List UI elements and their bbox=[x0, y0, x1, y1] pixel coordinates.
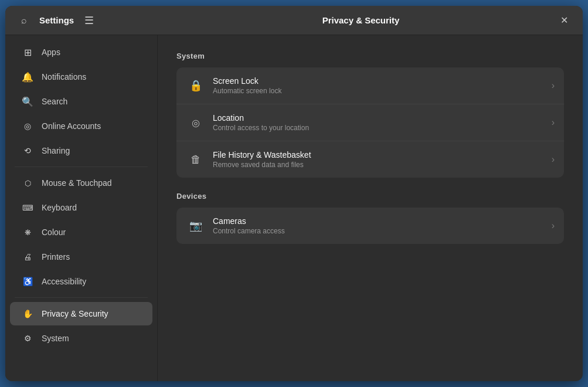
sidebar-item-label: Printers bbox=[42, 252, 70, 262]
sidebar-item-label: Sharing bbox=[42, 146, 70, 155]
sidebar-item-accessibility[interactable]: ♿ Accessibility bbox=[10, 270, 152, 293]
titlebar: ⌕ Settings ☰ Privacy & Security ✕ bbox=[5, 6, 583, 35]
window-title: Privacy & Security bbox=[167, 15, 555, 25]
screen-lock-subtitle: Automatic screen lock bbox=[213, 87, 552, 95]
sidebar-item-label: Search bbox=[42, 97, 67, 106]
location-icon: ◎ bbox=[186, 113, 206, 133]
sharing-icon: ⟲ bbox=[22, 145, 33, 157]
colour-icon: ❋ bbox=[22, 226, 33, 238]
file-history-icon: 🗑 bbox=[186, 150, 206, 169]
sidebar-item-label: Mouse & Touchpad bbox=[42, 178, 112, 188]
main-panel: System 🔒 Screen Lock Automatic screen lo… bbox=[158, 35, 583, 381]
sidebar-item-online-accounts[interactable]: ◎ Online Accounts bbox=[10, 114, 152, 138]
menu-button[interactable]: ☰ bbox=[80, 11, 98, 30]
hamburger-icon: ☰ bbox=[84, 14, 94, 27]
sidebar-divider-2 bbox=[15, 297, 148, 298]
sidebar-item-privacy-security[interactable]: ✋ Privacy & Security bbox=[10, 302, 152, 325]
system-section-header: System bbox=[176, 52, 564, 60]
apps-icon: ⊞ bbox=[22, 46, 33, 58]
sidebar-item-notifications[interactable]: 🔔 Notifications bbox=[10, 65, 152, 89]
location-row[interactable]: ◎ Location Control access to your locati… bbox=[176, 104, 564, 141]
file-history-row[interactable]: 🗑 File History & Wastebasket Remove save… bbox=[176, 141, 564, 178]
screen-lock-chevron: › bbox=[552, 80, 555, 91]
sidebar-item-label: Accessibility bbox=[42, 277, 86, 286]
sidebar-item-sharing[interactable]: ⟲ Sharing bbox=[10, 139, 152, 162]
screen-lock-row[interactable]: 🔒 Screen Lock Automatic screen lock › bbox=[176, 67, 564, 104]
file-history-subtitle: Remove saved data and files bbox=[213, 161, 552, 169]
privacy-icon: ✋ bbox=[22, 308, 33, 320]
sidebar-item-mouse-touchpad[interactable]: ⬡ Mouse & Touchpad bbox=[10, 171, 152, 195]
sidebar-item-search[interactable]: 🔍 Search bbox=[10, 90, 152, 113]
printers-icon: 🖨 bbox=[22, 251, 33, 263]
cameras-subtitle: Control camera access bbox=[213, 227, 552, 235]
settings-window: ⌕ Settings ☰ Privacy & Security ✕ ⊞ Apps… bbox=[5, 6, 583, 381]
sidebar-item-label: Privacy & Security bbox=[42, 309, 108, 318]
accessibility-icon: ♿ bbox=[22, 276, 33, 287]
titlebar-search-button[interactable]: ⌕ bbox=[15, 11, 33, 30]
cameras-text: Cameras Control camera access bbox=[213, 216, 552, 235]
location-subtitle: Control access to your location bbox=[213, 124, 552, 132]
system-icon: ⚙ bbox=[22, 332, 33, 344]
close-button[interactable]: ✕ bbox=[555, 11, 573, 30]
location-title: Location bbox=[213, 113, 552, 123]
mouse-icon: ⬡ bbox=[22, 177, 33, 189]
cameras-row[interactable]: 📷 Cameras Control camera access › bbox=[176, 208, 564, 244]
location-chevron: › bbox=[552, 117, 555, 128]
sidebar-item-colour[interactable]: ❋ Colour bbox=[10, 220, 152, 244]
sidebar-item-printers[interactable]: 🖨 Printers bbox=[10, 245, 152, 269]
content-area: ⊞ Apps 🔔 Notifications 🔍 Search ◎ Online… bbox=[5, 35, 583, 381]
cameras-icon: 📷 bbox=[186, 216, 206, 236]
devices-section-header: Devices bbox=[176, 192, 564, 201]
keyboard-icon: ⌨ bbox=[22, 202, 33, 213]
settings-label: Settings bbox=[39, 15, 74, 25]
sidebar-item-label: Colour bbox=[42, 228, 66, 237]
sidebar-item-label: Keyboard bbox=[42, 203, 77, 212]
screen-lock-icon: 🔒 bbox=[186, 76, 206, 96]
cameras-title: Cameras bbox=[213, 216, 552, 226]
screen-lock-text: Screen Lock Automatic screen lock bbox=[213, 76, 552, 95]
online-accounts-icon: ◎ bbox=[22, 120, 33, 132]
file-history-title: File History & Wastebasket bbox=[213, 150, 552, 159]
sidebar-item-label: Notifications bbox=[42, 72, 86, 82]
sidebar-divider-1 bbox=[15, 167, 148, 167]
sidebar-item-label: System bbox=[42, 334, 69, 343]
sidebar-item-system[interactable]: ⚙ System bbox=[10, 327, 152, 350]
titlebar-left: ⌕ Settings ☰ bbox=[15, 11, 167, 30]
sidebar: ⊞ Apps 🔔 Notifications 🔍 Search ◎ Online… bbox=[5, 35, 158, 381]
search-icon: ⌕ bbox=[21, 15, 27, 26]
sidebar-item-label: Online Accounts bbox=[42, 121, 101, 131]
location-text: Location Control access to your location bbox=[213, 113, 552, 132]
file-history-text: File History & Wastebasket Remove saved … bbox=[213, 150, 552, 169]
sidebar-item-label: Apps bbox=[42, 47, 60, 57]
file-history-chevron: › bbox=[552, 154, 555, 165]
sidebar-item-apps[interactable]: ⊞ Apps bbox=[10, 40, 152, 64]
system-settings-group: 🔒 Screen Lock Automatic screen lock › ◎ … bbox=[176, 67, 564, 178]
devices-settings-group: 📷 Cameras Control camera access › bbox=[176, 208, 564, 244]
notifications-icon: 🔔 bbox=[22, 71, 33, 83]
close-icon: ✕ bbox=[560, 15, 568, 26]
screen-lock-title: Screen Lock bbox=[213, 76, 552, 86]
cameras-chevron: › bbox=[552, 220, 555, 231]
sidebar-item-keyboard[interactable]: ⌨ Keyboard bbox=[10, 196, 152, 219]
search-icon: 🔍 bbox=[22, 96, 33, 107]
